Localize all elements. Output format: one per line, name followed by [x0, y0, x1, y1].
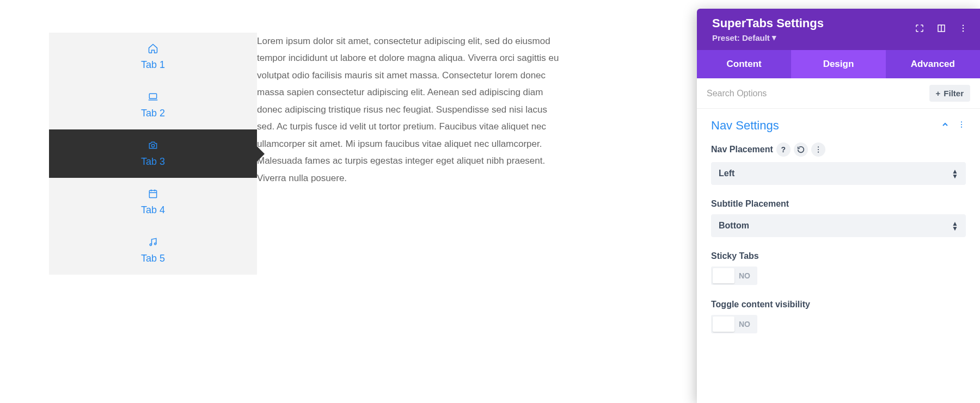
expand-icon[interactable] — [915, 23, 924, 35]
svg-point-10 — [961, 124, 962, 125]
panel-title: SuperTabs Settings — [712, 16, 824, 30]
select-arrow-icon: ▲▼ — [952, 170, 958, 178]
tab-4[interactable]: Tab 4 — [49, 178, 257, 226]
field-nav-placement: Nav Placement ? Left ▲▼ — [711, 142, 966, 185]
reset-icon[interactable] — [794, 142, 808, 157]
field-subtitle-placement: Subtitle Placement Bottom ▲▼ — [711, 199, 966, 237]
tab-5[interactable]: Tab 5 — [49, 226, 257, 275]
tab-label: Tab 1 — [141, 59, 165, 71]
help-icon[interactable]: ? — [776, 142, 791, 157]
nav-placement-select[interactable]: Left ▲▼ — [711, 162, 966, 185]
field-label: Toggle content visibility — [711, 300, 810, 309]
preset-label: Preset: Default — [712, 33, 770, 42]
svg-point-4 — [155, 243, 156, 245]
layout-icon[interactable] — [936, 23, 946, 35]
more-icon[interactable] — [957, 120, 966, 131]
svg-point-1 — [151, 144, 154, 147]
laptop-icon — [148, 91, 158, 104]
svg-point-11 — [961, 127, 962, 128]
svg-point-8 — [963, 30, 964, 32]
tab-label: Tab 4 — [141, 204, 165, 216]
camera-icon — [148, 140, 158, 153]
calendar-icon — [148, 188, 158, 201]
field-label: Subtitle Placement — [711, 199, 789, 209]
svg-rect-0 — [149, 94, 156, 98]
toggle-content-visibility-toggle[interactable]: NO — [711, 315, 757, 333]
toggle-value: NO — [734, 320, 756, 328]
select-value: Bottom — [719, 221, 749, 231]
svg-point-12 — [818, 146, 819, 147]
content-text: Lorem ipsum dolor sit amet, consectetur … — [257, 33, 562, 187]
svg-point-3 — [150, 244, 151, 245]
tabs-nav: Tab 1 Tab 2 Tab 3 Tab 4 Tab 5 — [49, 33, 257, 275]
tab-label: Tab 2 — [141, 108, 165, 119]
settings-panel: SuperTabs Settings Preset: Default ▾ Con… — [697, 9, 980, 403]
toggle-knob — [713, 317, 734, 332]
svg-point-13 — [818, 149, 819, 150]
svg-rect-2 — [149, 190, 156, 197]
plus-icon: + — [936, 89, 941, 98]
toggle-value: NO — [734, 271, 756, 280]
sticky-tabs-toggle[interactable]: NO — [711, 266, 757, 285]
panel-tab-content[interactable]: Content — [697, 50, 791, 78]
subtitle-placement-select[interactable]: Bottom ▲▼ — [711, 214, 966, 237]
search-row: + Filter — [697, 78, 980, 109]
music-icon — [148, 237, 158, 250]
home-icon — [148, 43, 158, 56]
svg-point-14 — [818, 152, 819, 153]
select-value: Left — [719, 169, 734, 178]
filter-label: Filter — [944, 89, 964, 98]
field-toggle-content-visibility: Toggle content visibility NO — [711, 300, 966, 334]
svg-point-7 — [963, 28, 964, 29]
panel-tab-advanced[interactable]: Advanced — [886, 50, 980, 78]
panel-tab-design[interactable]: Design — [791, 50, 885, 78]
field-label: Sticky Tabs — [711, 251, 759, 261]
svg-point-9 — [961, 121, 962, 122]
svg-point-6 — [963, 25, 964, 26]
section-nav-settings: Nav Settings Nav Placement ? — [697, 109, 980, 351]
panel-tabs: Content Design Advanced — [697, 50, 980, 78]
preset-dropdown[interactable]: Preset: Default ▾ — [712, 33, 824, 42]
toggle-knob — [713, 268, 734, 283]
more-icon[interactable] — [958, 23, 968, 35]
select-arrow-icon: ▲▼ — [952, 222, 958, 230]
panel-header: SuperTabs Settings Preset: Default ▾ — [697, 9, 980, 50]
tab-content: Lorem ipsum dolor sit amet, consectetur … — [257, 33, 562, 275]
field-sticky-tabs: Sticky Tabs NO — [711, 251, 966, 286]
chevron-up-icon[interactable] — [941, 120, 950, 131]
more-icon[interactable] — [811, 142, 825, 157]
tab-2[interactable]: Tab 2 — [49, 81, 257, 129]
tab-label: Tab 5 — [141, 253, 165, 264]
filter-button[interactable]: + Filter — [929, 85, 970, 102]
tabs-preview: Tab 1 Tab 2 Tab 3 Tab 4 Tab 5 — [49, 33, 562, 275]
caret-down-icon: ▾ — [772, 33, 776, 42]
tab-label: Tab 3 — [141, 156, 165, 168]
panel-scroll[interactable]: + Filter Nav Settings Nav Placement — [697, 78, 980, 403]
tab-3[interactable]: Tab 3 — [49, 129, 257, 178]
field-label: Nav Placement — [711, 145, 773, 154]
section-title: Nav Settings — [711, 119, 779, 133]
tab-1[interactable]: Tab 1 — [49, 33, 257, 81]
search-input[interactable] — [707, 89, 924, 98]
